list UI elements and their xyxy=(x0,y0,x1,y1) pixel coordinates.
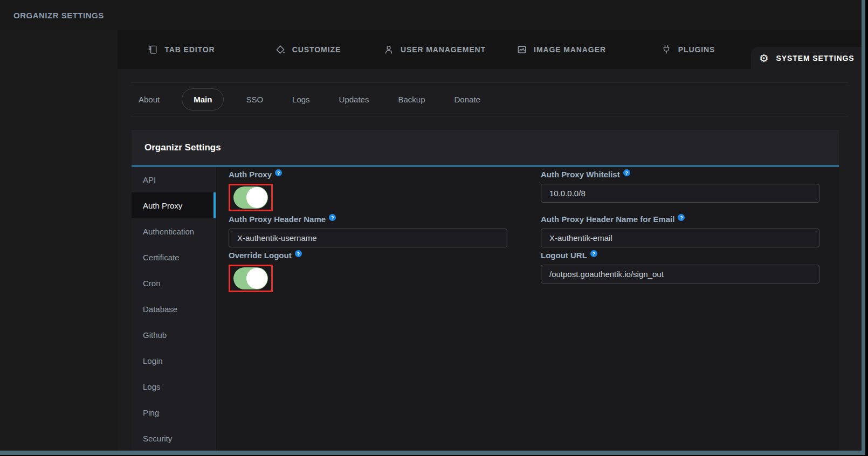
sub-tab-bar: AboutMainSSOLogsUpdatesBackupDonate xyxy=(130,82,849,116)
auth-proxy-form: Auth Proxy?Auth Proxy Whitelist?Auth Pro… xyxy=(216,167,839,451)
nav-item-certificate[interactable]: Certificate xyxy=(132,244,216,270)
organizr-settings-card: Organizr Settings APIAuth ProxyAuthentic… xyxy=(132,130,839,451)
highlight-box xyxy=(229,184,273,211)
help-icon[interactable]: ? xyxy=(329,214,336,221)
auth-proxy-header-name-input[interactable] xyxy=(229,229,507,247)
subtab-about[interactable]: About xyxy=(132,88,167,110)
subtab-main[interactable]: Main xyxy=(182,88,224,110)
field-auth-proxy: Auth Proxy? xyxy=(229,170,507,211)
tab-user-management[interactable]: USER MANAGEMENT xyxy=(371,30,498,69)
gear-icon: ⚙ xyxy=(759,52,770,64)
field-label-row: Auth Proxy Header Name for Email? xyxy=(541,215,819,226)
subtab-logs[interactable]: Logs xyxy=(285,88,317,110)
tab-customize[interactable]: CUSTOMIZE xyxy=(244,30,371,69)
tab-editor-icon xyxy=(147,44,159,56)
field-override-logout: Override Logout? xyxy=(229,251,507,292)
page-title: ORGANIZR SETTINGS xyxy=(13,11,104,20)
card-body: APIAuth ProxyAuthenticationCertificateCr… xyxy=(132,167,839,451)
help-icon[interactable]: ? xyxy=(678,214,685,221)
tab-system-settings[interactable]: ⚙SYSTEM SETTINGS xyxy=(751,47,862,69)
tab-image-manager[interactable]: IMAGE MANAGER xyxy=(498,30,624,69)
help-icon[interactable]: ? xyxy=(275,169,282,176)
user-icon xyxy=(383,44,395,56)
nav-item-cron[interactable]: Cron xyxy=(132,270,216,296)
field-label-row: Auth Proxy? xyxy=(229,170,507,181)
toggle-knob xyxy=(246,187,267,208)
field-label-row: Auth Proxy Whitelist? xyxy=(541,170,819,181)
field-logout-url: Logout URL? xyxy=(541,251,819,284)
field-auth-proxy-whitelist: Auth Proxy Whitelist? xyxy=(541,170,819,203)
left-spacer-column xyxy=(0,30,118,451)
nav-item-authentication[interactable]: Authentication xyxy=(132,218,216,244)
subtab-backup[interactable]: Backup xyxy=(391,88,432,110)
paint-bucket-icon xyxy=(274,44,286,56)
plug-icon xyxy=(660,44,672,56)
subtab-sso[interactable]: SSO xyxy=(239,88,270,110)
tab-label: IMAGE MANAGER xyxy=(534,45,606,54)
nav-item-auth-proxy[interactable]: Auth Proxy xyxy=(132,192,216,218)
highlight-box xyxy=(229,265,273,292)
auth-proxy-header-name-for-email-input[interactable] xyxy=(541,229,819,247)
field-label: Auth Proxy xyxy=(229,170,272,179)
field-label: Auth Proxy Header Name for Email xyxy=(541,215,674,224)
field-label-row: Auth Proxy Header Name? xyxy=(229,215,507,226)
nav-item-api[interactable]: API xyxy=(132,167,216,192)
field-auth-proxy-header-name-for-email: Auth Proxy Header Name for Email? xyxy=(541,215,819,247)
nav-item-login[interactable]: Login xyxy=(132,348,216,374)
image-icon xyxy=(516,44,528,56)
auth-proxy-toggle[interactable] xyxy=(233,186,268,209)
field-label: Override Logout xyxy=(229,251,292,260)
subtab-updates[interactable]: Updates xyxy=(332,88,376,110)
field-label: Logout URL xyxy=(541,251,587,260)
content-area: TAB EDITORCUSTOMIZEUSER MANAGEMENTIMAGE … xyxy=(118,30,862,451)
card-header: Organizr Settings xyxy=(132,130,839,167)
tab-label: CUSTOMIZE xyxy=(292,45,341,54)
toggle-knob xyxy=(246,268,267,289)
nav-item-github[interactable]: Github xyxy=(132,322,216,348)
tab-tab-editor[interactable]: TAB EDITOR xyxy=(118,30,244,69)
tab-plugins[interactable]: PLUGINS xyxy=(624,30,751,69)
field-label-row: Override Logout? xyxy=(229,251,507,262)
nav-item-security[interactable]: Security xyxy=(132,425,216,451)
tab-label: USER MANAGEMENT xyxy=(401,45,486,54)
help-icon[interactable]: ? xyxy=(295,250,302,257)
tab-label: SYSTEM SETTINGS xyxy=(776,54,855,63)
tab-label: PLUGINS xyxy=(678,45,715,54)
auth-proxy-whitelist-input[interactable] xyxy=(541,184,819,203)
main-row: TAB EDITORCUSTOMIZEUSER MANAGEMENTIMAGE … xyxy=(0,30,862,451)
field-auth-proxy-header-name: Auth Proxy Header Name? xyxy=(229,215,507,247)
tab-bar: TAB EDITORCUSTOMIZEUSER MANAGEMENTIMAGE … xyxy=(118,30,862,69)
help-icon[interactable]: ? xyxy=(590,250,597,257)
field-label-row: Logout URL? xyxy=(541,251,819,262)
top-bar: ORGANIZR SETTINGS xyxy=(0,0,862,30)
nav-item-ping[interactable]: Ping xyxy=(132,399,216,425)
system-settings-panel: AboutMainSSOLogsUpdatesBackupDonate Orga… xyxy=(118,69,862,451)
field-label: Auth Proxy Header Name xyxy=(229,215,326,224)
field-label: Auth Proxy Whitelist xyxy=(541,170,620,179)
app-window: ORGANIZR SETTINGS TAB EDITORCUSTOMIZEUSE… xyxy=(0,0,865,455)
nav-item-database[interactable]: Database xyxy=(132,296,216,322)
settings-side-nav: APIAuth ProxyAuthenticationCertificateCr… xyxy=(132,167,216,451)
nav-item-logs[interactable]: Logs xyxy=(132,374,216,399)
help-icon[interactable]: ? xyxy=(623,169,630,176)
card-title: Organizr Settings xyxy=(144,142,221,153)
override-logout-toggle[interactable] xyxy=(233,267,268,289)
logout-url-input[interactable] xyxy=(541,265,819,284)
subtab-donate[interactable]: Donate xyxy=(447,88,487,110)
tab-label: TAB EDITOR xyxy=(164,45,215,54)
